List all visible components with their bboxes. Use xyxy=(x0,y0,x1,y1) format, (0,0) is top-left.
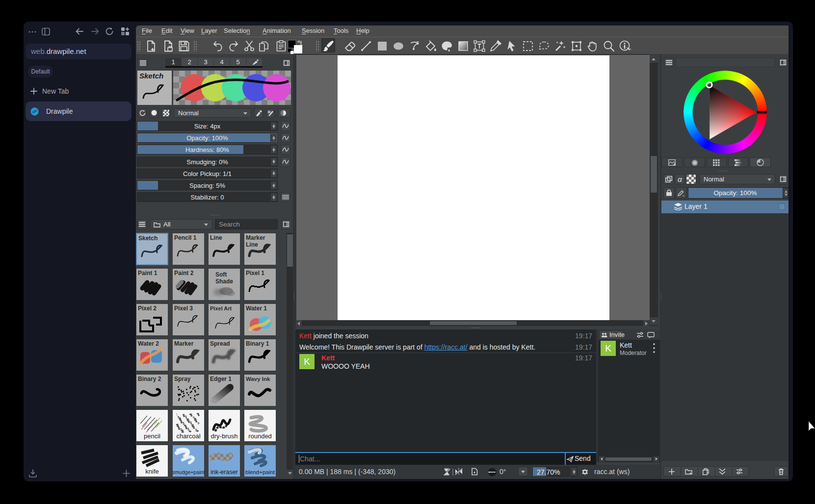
svg-text:Sketch: Sketch xyxy=(139,72,163,80)
svg-text:blend+paint: blend+paint xyxy=(245,469,275,475)
svg-text:Sketch: Sketch xyxy=(138,235,158,242)
svg-text:charcoal: charcoal xyxy=(176,432,200,440)
svg-text:pencil: pencil xyxy=(144,432,160,440)
svg-text:Paint 1: Paint 1 xyxy=(138,270,158,277)
svg-text:Spray: Spray xyxy=(174,376,191,382)
svg-text:Shade: Shade xyxy=(215,278,233,285)
svg-text:Soft: Soft xyxy=(215,271,227,278)
svg-text:dry-brush: dry-brush xyxy=(211,432,238,440)
svg-text:Water 2: Water 2 xyxy=(138,340,159,347)
svg-text:Binary 1: Binary 1 xyxy=(246,340,269,347)
svg-text:rounded: rounded xyxy=(248,432,272,440)
svg-text:Pencil 1: Pencil 1 xyxy=(174,234,197,241)
svg-text:Pixel 3: Pixel 3 xyxy=(174,305,193,312)
svg-text:Paint 2: Paint 2 xyxy=(174,270,194,277)
svg-text:Pixel Art: Pixel Art xyxy=(210,305,232,311)
svg-text:Spread: Spread xyxy=(210,340,230,347)
svg-text:ink-eraser: ink-eraser xyxy=(210,469,238,476)
svg-text:Line: Line xyxy=(210,234,222,241)
svg-text:Marker: Marker xyxy=(246,234,265,241)
svg-text:Pixel 1: Pixel 1 xyxy=(246,270,264,277)
svg-text:Edger 1: Edger 1 xyxy=(210,376,232,382)
svg-text:Binary 2: Binary 2 xyxy=(138,376,161,382)
svg-text:smudge+paint: smudge+paint xyxy=(173,469,204,475)
svg-text:Wavy Ink: Wavy Ink xyxy=(246,376,270,382)
svg-text:Pixel 2: Pixel 2 xyxy=(138,305,157,312)
svg-text:knife: knife xyxy=(145,468,158,475)
svg-text:Water 1: Water 1 xyxy=(246,305,267,312)
svg-text:Marker: Marker xyxy=(174,340,194,347)
svg-text:Line: Line xyxy=(246,241,258,248)
